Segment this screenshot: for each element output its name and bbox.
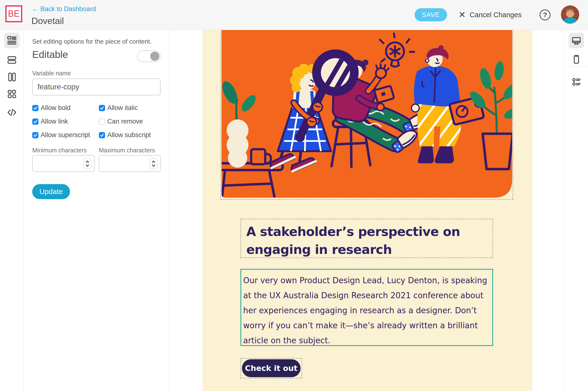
structure-icon bbox=[572, 77, 581, 87]
checkbox-icon bbox=[32, 105, 38, 111]
content-type-rail bbox=[0, 30, 24, 391]
avatar-image bbox=[561, 5, 579, 24]
columns-tab[interactable] bbox=[4, 69, 20, 85]
cancel-changes-label: Cancel Changes bbox=[470, 11, 521, 19]
save-button[interactable]: SAVE bbox=[415, 8, 447, 21]
email-body-block-selected[interactable]: Our very own Product Design Lead, Lucy D… bbox=[241, 269, 493, 346]
content-icon bbox=[7, 36, 17, 45]
content-tab[interactable] bbox=[4, 33, 20, 48]
cancel-changes-button[interactable]: ✕ Cancel Changes bbox=[458, 10, 522, 20]
checkbox-icon bbox=[99, 105, 105, 111]
cta-block-selection: Check it out bbox=[241, 358, 302, 378]
preview-rail bbox=[564, 30, 588, 391]
checkbox-allow-link[interactable]: Allow link bbox=[32, 118, 68, 125]
rail-divider bbox=[565, 66, 588, 67]
checkbox-icon bbox=[32, 118, 38, 125]
email-heading-line: A stakeholder’s perspective on bbox=[246, 223, 488, 241]
addons-icon bbox=[7, 89, 17, 99]
email-heading-block[interactable]: A stakeholder’s perspective on engaging … bbox=[241, 219, 493, 258]
checkbox-label: Allow link bbox=[41, 118, 68, 125]
checkbox-label: Can remove bbox=[107, 118, 143, 125]
mobile-icon bbox=[572, 55, 581, 64]
chevron-down-icon bbox=[152, 163, 155, 167]
avatar[interactable] bbox=[561, 5, 579, 24]
hero-illustration[interactable] bbox=[222, 30, 512, 198]
checkbox-allow-superscript[interactable]: Allow superscript bbox=[32, 131, 90, 139]
min-characters-field bbox=[32, 155, 95, 172]
min-characters-stepper[interactable] bbox=[83, 158, 92, 169]
checkbox-can-remove[interactable]: Can remove bbox=[99, 118, 143, 125]
document-title: Dovetail bbox=[31, 16, 64, 26]
close-icon: ✕ bbox=[458, 10, 466, 20]
structure-tab[interactable] bbox=[569, 74, 584, 90]
max-characters-stepper[interactable] bbox=[149, 158, 158, 169]
editable-toggle[interactable] bbox=[137, 50, 161, 62]
rows-tab[interactable] bbox=[4, 52, 20, 68]
app-logo[interactable]: BE bbox=[5, 5, 22, 22]
checkbox-icon bbox=[99, 132, 105, 138]
variable-name-label: Variable name bbox=[32, 70, 71, 77]
columns-icon bbox=[7, 72, 17, 82]
min-characters-label: Minimum characters bbox=[32, 147, 87, 154]
check-it-out-button[interactable]: Check it out bbox=[242, 359, 301, 377]
toggle-knob bbox=[150, 52, 159, 61]
update-button[interactable]: Update bbox=[32, 184, 70, 199]
checkbox-label: Allow bold bbox=[41, 104, 71, 112]
checkbox-label: Allow subscript bbox=[107, 131, 151, 139]
variable-name-input[interactable] bbox=[32, 79, 161, 96]
help-icon[interactable]: ? bbox=[540, 9, 550, 20]
checkbox-allow-subscript[interactable]: Allow subscript bbox=[99, 131, 151, 139]
max-characters-label: Maximum characters bbox=[99, 147, 155, 154]
max-characters-field bbox=[99, 155, 161, 172]
back-to-dashboard-link[interactable]: ← Back to Dashboard bbox=[32, 5, 96, 13]
checkbox-allow-bold[interactable]: Allow bold bbox=[32, 104, 71, 112]
content-settings-panel: Set editing options for the piece of con… bbox=[24, 30, 169, 391]
rows-icon bbox=[7, 55, 17, 65]
checkbox-icon bbox=[32, 132, 38, 138]
top-bar: BE ← Back to Dashboard Dovetail SAVE ✕ C… bbox=[0, 0, 588, 30]
code-icon bbox=[7, 107, 17, 117]
checkbox-label: Allow italic bbox=[107, 104, 138, 112]
checkbox-allow-italic[interactable]: Allow italic bbox=[99, 104, 138, 112]
desktop-icon bbox=[572, 36, 581, 45]
chevron-down-icon bbox=[86, 163, 89, 167]
email-heading-line: engaging in research bbox=[246, 241, 488, 259]
panel-intro-text: Set editing options for the piece of con… bbox=[32, 38, 152, 45]
checkbox-label: Allow superscript bbox=[41, 131, 90, 139]
desktop-preview-tab[interactable] bbox=[569, 33, 584, 48]
mobile-preview-tab[interactable] bbox=[569, 52, 584, 67]
addons-tab[interactable] bbox=[4, 86, 20, 102]
email-canvas: A stakeholder’s perspective on engaging … bbox=[169, 30, 564, 391]
editable-label: Editable bbox=[32, 49, 68, 60]
html-tab[interactable] bbox=[4, 105, 20, 120]
checkbox-icon bbox=[99, 118, 105, 125]
